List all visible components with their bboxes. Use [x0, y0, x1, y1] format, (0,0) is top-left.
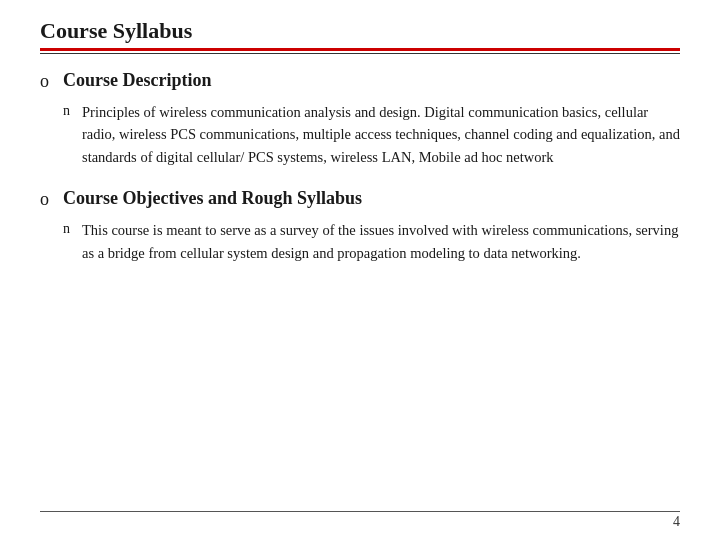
section-content-2: Course Objectives and Rough Syllabus n T…	[63, 188, 680, 264]
section-bullet-2: o	[40, 189, 49, 210]
sub-text-2-1: This course is meant to serve as a surve…	[82, 219, 680, 264]
sub-text-1-1: Principles of wireless communication ana…	[82, 101, 680, 168]
section-content-1: Course Description n Principles of wirel…	[63, 70, 680, 168]
slide-title: Course Syllabus	[40, 18, 680, 44]
content-area: o Course Description n Principles of wir…	[40, 60, 680, 510]
slide-container: Course Syllabus o Course Description n P…	[0, 0, 720, 540]
section-heading-2: Course Objectives and Rough Syllabus	[63, 188, 680, 209]
title-underline-thin	[40, 53, 680, 54]
title-underline-red	[40, 48, 680, 51]
section-course-description: o Course Description n Principles of wir…	[40, 70, 680, 168]
bottom-divider	[40, 511, 680, 512]
section-bullet-1: o	[40, 71, 49, 92]
sub-item-1-1: n Principles of wireless communication a…	[63, 101, 680, 168]
sub-item-2-1: n This course is meant to serve as a sur…	[63, 219, 680, 264]
sub-bullet-2-1: n	[63, 221, 70, 237]
section-course-objectives: o Course Objectives and Rough Syllabus n…	[40, 188, 680, 264]
sub-bullet-1-1: n	[63, 103, 70, 119]
section-heading-1: Course Description	[63, 70, 680, 91]
title-area: Course Syllabus	[40, 18, 680, 54]
page-number: 4	[673, 514, 680, 530]
